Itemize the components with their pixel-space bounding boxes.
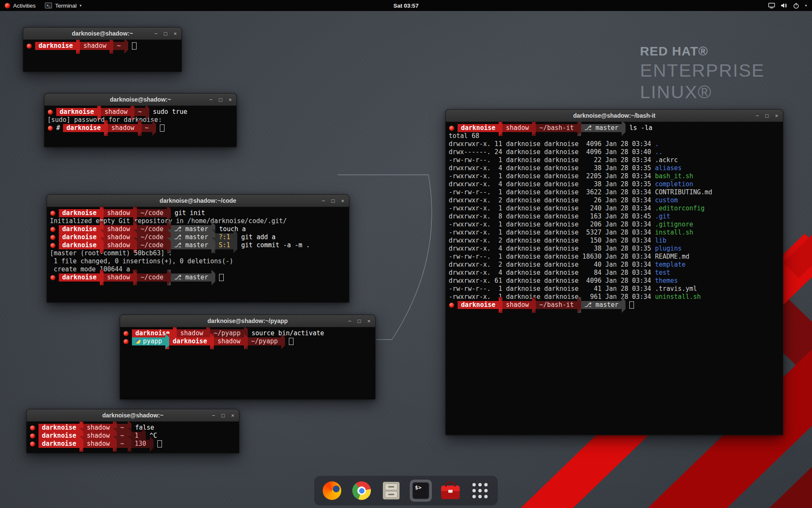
close-button[interactable]: × (367, 318, 370, 324)
prompt-segment-host: shadow (101, 108, 131, 116)
close-button[interactable]: × (173, 31, 177, 36)
minimize-button[interactable]: − (212, 413, 215, 418)
file-attributes: drwxrwxr-x. 61 darknoise darknoise 4096 … (449, 277, 655, 284)
minimize-button[interactable]: − (348, 318, 351, 324)
prompt-segment-path: ~ (117, 424, 127, 432)
minimize-button[interactable]: − (154, 31, 158, 36)
maximize-button[interactable]: □ (332, 198, 335, 204)
powerline-separator (622, 297, 625, 313)
file-attributes: -rwxrwxr-x. 1 darknoise darknoise 2205 J… (449, 172, 655, 180)
file-name: aliases (655, 164, 682, 172)
file-list-row: drwxrwxr-x. 4 darknoise darknoise 84 Jan… (449, 269, 780, 277)
powerline-separator (124, 40, 128, 54)
terminal-output-line: [master (root-commit) 50bcb63] . (50, 249, 346, 257)
close-button[interactable]: × (231, 413, 234, 418)
prompt-segment-git: ⎇ master (171, 233, 212, 241)
terminal-content[interactable]: darknoiseshadow~/codegit initInitialized… (47, 207, 349, 302)
window-titlebar[interactable]: darknoise@shadow:~−□× (23, 28, 181, 40)
minimize-button[interactable]: − (322, 198, 325, 204)
prompt-segment-git: ⎇ master (171, 241, 212, 249)
powerline-separator (152, 120, 156, 136)
maximize-button[interactable]: □ (358, 318, 361, 324)
clock[interactable]: Sat 03:57 (393, 3, 418, 9)
command-text: touch a (219, 225, 246, 233)
window-titlebar[interactable]: darknoise@shadow:~/bash-it−□× (446, 110, 783, 122)
redhat-logo-icon (5, 3, 10, 8)
close-button[interactable]: × (341, 198, 344, 204)
minimize-button[interactable]: − (756, 113, 759, 119)
terminal-window: darknoise@shadow:~−□×darknoiseshadow~fal… (26, 409, 239, 453)
terminal-prompt-line: #darknoiseshadow~ (47, 124, 233, 132)
system-status-area[interactable]: ▾ (763, 0, 812, 11)
prompt-segment-path: ~ (117, 440, 127, 448)
file-list-row: -rwxrwxr-x. 1 darknoise darknoise 240 Ja… (449, 204, 780, 213)
prompt-segment-path: ~/code (137, 225, 167, 233)
powerline-separator (113, 436, 117, 452)
redhat-prompt-icon (48, 126, 53, 131)
maximize-button[interactable]: □ (219, 97, 222, 102)
prompt-segment-user: darknoise (458, 124, 499, 132)
powerline-separator (133, 270, 137, 285)
dock-terminal-button[interactable]: $> (410, 480, 432, 502)
file-attributes: -rwxrwxr-x. 1 darknoise darknoise 206 Ja… (449, 221, 655, 228)
file-name: .. (655, 148, 663, 156)
terminal-content[interactable]: darknoiseshadow~falsedarknoiseshadow~1^C… (27, 422, 239, 453)
dock-files-button[interactable] (380, 480, 402, 502)
activities-button[interactable]: Activities (0, 0, 40, 11)
terminal-content[interactable]: darknoiseshadow~sudo true[sudo] password… (44, 106, 236, 147)
terminal-prompt-line: darknoiseshadow~/bash-it⎇ masterls -la (449, 124, 780, 132)
terminal-content[interactable]: darknoiseshadow~/bash-it⎇ masterls -lato… (446, 122, 783, 435)
close-button[interactable]: × (775, 113, 778, 119)
prompt-segment-path: ~/code (137, 233, 167, 241)
window-controls: −□× (348, 315, 370, 327)
app-menu-button[interactable]: >_ Terminal ▾ (40, 0, 86, 11)
file-attributes: drwxrwxr-x. 11 darknoise darknoise 4096 … (449, 140, 655, 148)
file-name: test (655, 269, 670, 276)
dock-firefox-button[interactable] (321, 480, 343, 502)
close-button[interactable]: × (228, 97, 232, 102)
prompt-segment-host: shadow (177, 329, 206, 337)
terminal-cursor (160, 124, 165, 132)
file-attributes: -rwxrwxr-x. 1 darknoise darknoise 5327 J… (449, 229, 655, 236)
prompt-segment-user: darknoise (59, 233, 100, 241)
powerline-separator (211, 270, 215, 285)
terminal-content[interactable]: darknoiseshadow~/pyappsource bin/activat… (120, 327, 375, 399)
terminal-prompt-line: darknoiseshadow~sudo true (47, 108, 233, 116)
dock-toolbox-button[interactable] (439, 480, 461, 502)
terminal-content[interactable]: darknoiseshadow~ (23, 40, 181, 72)
file-name: .gitignore (655, 221, 693, 228)
file-name: plugins (655, 245, 682, 252)
maximize-button[interactable]: □ (765, 113, 769, 119)
window-titlebar[interactable]: darknoise@shadow:~−□× (27, 409, 239, 422)
command-text: source bin/activate (252, 329, 324, 337)
file-attributes: -rw-rw-r--. 1 darknoise darknoise 3622 J… (449, 188, 655, 196)
prompt-segment-path: ~/pyapp (248, 337, 281, 345)
prompt-segment-path: ~/bash-it (536, 124, 577, 132)
chevron-down-icon: ▾ (805, 3, 807, 8)
window-titlebar[interactable]: darknoise@shadow:~/pyapp−□× (120, 315, 375, 327)
terminal-prompt-line: pyappdarknoiseshadow~/pyapp (123, 337, 372, 345)
maximize-button[interactable]: □ (164, 31, 167, 36)
dock-chrome-button[interactable] (351, 480, 373, 502)
dock-app-grid-button[interactable] (469, 480, 491, 502)
prompt-segment-path: ~/code (137, 241, 167, 249)
window-titlebar[interactable]: darknoise@shadow:~/code−□× (47, 195, 349, 207)
maximize-button[interactable]: □ (222, 413, 225, 418)
file-name: .git (655, 213, 670, 220)
top-bar: Activities >_ Terminal ▾ Sat 03:57 ▾ (0, 0, 812, 11)
terminal-prompt-line: darknoiseshadow~/code⎇ master (50, 273, 346, 282)
file-attributes: drwxrwxr-x. 2 darknoise darknoise 26 Jan… (449, 196, 655, 204)
minimize-button[interactable]: − (209, 97, 213, 102)
file-name: lib (655, 237, 667, 244)
window-titlebar[interactable]: darknoise@shadow:~−□× (44, 94, 236, 106)
prompt-segment-user: darknoise (35, 42, 76, 50)
redhat-prompt-icon (50, 275, 55, 280)
prompt-segment-path: ~ (142, 124, 152, 132)
prompt-segment-user: darknoise (63, 124, 104, 132)
file-list-row: -rw-rw-r--. 1 darknoise darknoise 3622 J… (449, 188, 780, 196)
prompt-segment-host: shadow (83, 432, 113, 440)
prompt-segment-user: darknoise (38, 432, 80, 440)
redhat-prompt-icon (123, 331, 129, 336)
file-list-row: -rw-rw-r--. 1 darknoise darknoise 22 Jan… (449, 156, 780, 164)
redhat-prompt-icon (30, 425, 35, 431)
